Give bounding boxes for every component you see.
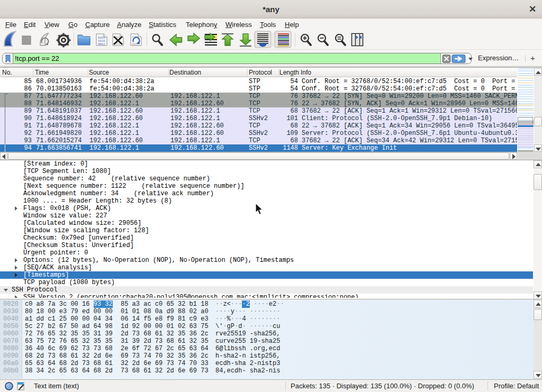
- svg-text:0011: 0011: [98, 42, 105, 46]
